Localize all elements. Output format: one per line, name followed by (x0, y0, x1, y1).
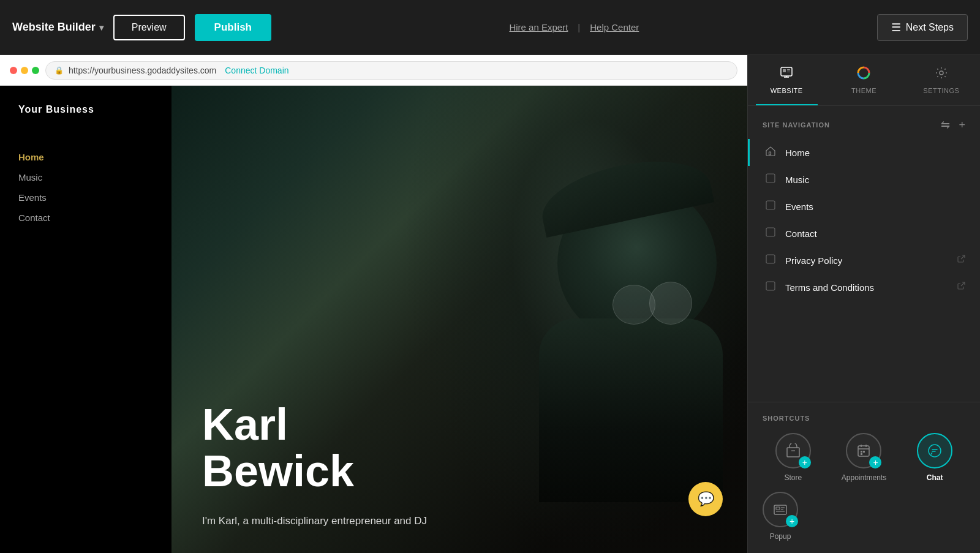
svg-rect-20 (861, 451, 862, 453)
nav-item-home[interactable]: Home (748, 139, 980, 166)
shortcut-appointments[interactable]: + Appointments (834, 433, 895, 482)
add-page-button[interactable]: + (959, 118, 965, 132)
brand-chevron-icon[interactable]: ▾ (99, 23, 104, 32)
nav-item-contact[interactable]: Contact (748, 220, 980, 247)
hero-title-line1: Karl (202, 402, 427, 448)
topbar: Website Builder ▾ Preview Publish Hire a… (0, 0, 980, 55)
tab-theme[interactable]: THEME (825, 55, 902, 105)
shortcut-store[interactable]: + Store (763, 433, 824, 482)
svg-rect-0 (781, 67, 792, 76)
hire-expert-link[interactable]: Hire an Expert (509, 22, 568, 32)
tab-website[interactable]: WEBSITE (748, 55, 825, 105)
svg-point-7 (940, 71, 943, 75)
site-nav-music[interactable]: Music (18, 172, 153, 182)
publish-button[interactable]: Publish (195, 14, 271, 41)
chat-label: Chat (927, 473, 943, 482)
site-nav-home[interactable]: Home (18, 152, 153, 162)
nav-item-events[interactable]: Events (748, 193, 980, 220)
topbar-center: Hire an Expert | Help Center (509, 22, 639, 32)
terms-page-icon (764, 281, 777, 293)
brand: Website Builder ▾ (12, 21, 104, 34)
svg-rect-10 (766, 201, 775, 209)
browser-dot-red (10, 67, 17, 74)
chat-circle (917, 433, 952, 468)
nav-items-list: Home Music Events (748, 139, 980, 402)
next-steps-button[interactable]: ☰ Next Steps (877, 14, 968, 41)
shortcuts-row2: + Popup (763, 492, 965, 541)
svg-rect-9 (766, 174, 775, 182)
browser-bar: 🔒 https://yourbusiness.godaddysites.com … (0, 55, 747, 86)
svg-rect-24 (774, 505, 786, 514)
store-label: Store (784, 473, 802, 482)
popup-plus-icon: + (786, 515, 798, 527)
nav-item-privacy-policy[interactable]: Privacy Policy (748, 247, 980, 274)
store-plus-icon: + (799, 456, 811, 468)
site-brand-name: Your Business (18, 104, 153, 115)
hero-chat-button[interactable]: 💬 (688, 482, 723, 516)
privacy-link-icon[interactable] (957, 255, 965, 266)
svg-point-23 (929, 445, 941, 457)
help-center-link[interactable]: Help Center (590, 22, 639, 32)
svg-rect-13 (766, 282, 775, 290)
appointments-plus-icon: + (869, 456, 881, 468)
tab-website-label: WEBSITE (771, 87, 803, 94)
lock-icon: 🔒 (55, 66, 64, 75)
site-navigation-section-header: SITE NAVIGATION ⇋ + (748, 106, 980, 139)
browser-dot-yellow (21, 67, 28, 74)
tab-settings-label: SETTINGS (923, 87, 959, 94)
appointments-label: Appointments (842, 473, 886, 482)
theme-tab-icon (857, 66, 870, 83)
hero-glasses2 (612, 285, 655, 325)
popup-circle: + (763, 492, 798, 527)
hero-title-line2: Bewick (202, 448, 427, 495)
shortcuts-grid: + Store (763, 433, 965, 482)
nav-events-label: Events (785, 201, 965, 212)
terms-link-icon[interactable] (957, 282, 965, 293)
events-page-icon (764, 200, 777, 213)
shortcuts-title: SHORTCUTS (763, 415, 965, 422)
svg-rect-11 (766, 228, 775, 236)
site-nav-events[interactable]: Events (18, 192, 153, 203)
site-sidebar: Your Business Home Music Events Contact (0, 86, 172, 553)
nav-home-label: Home (785, 148, 965, 158)
topbar-separator: | (578, 22, 580, 32)
svg-rect-25 (776, 507, 780, 510)
contact-page-icon (764, 227, 777, 239)
site-navigation: Home Music Events Contact (18, 152, 153, 223)
panel-tabs: WEBSITE THEME (748, 55, 980, 106)
website-tab-icon (780, 66, 793, 83)
site-nav-contact[interactable]: Contact (18, 213, 153, 223)
url-bar[interactable]: 🔒 https://yourbusiness.godaddysites.com … (45, 61, 737, 80)
svg-rect-3 (787, 72, 790, 72)
popup-label: Popup (770, 532, 791, 541)
browser-dots (10, 67, 39, 74)
connect-domain-link[interactable]: Connect Domain (225, 66, 288, 75)
hero-content: Karl Bewick I'm Karl, a multi-disciplina… (172, 377, 458, 553)
nav-item-terms[interactable]: Terms and Conditions (748, 274, 980, 301)
shortcuts-section: SHORTCUTS + Store (748, 402, 980, 553)
shortcut-chat[interactable]: Chat (904, 433, 965, 482)
nav-terms-label: Terms and Conditions (785, 282, 948, 293)
website-preview: Your Business Home Music Events Contact (0, 86, 747, 553)
svg-rect-22 (861, 453, 862, 455)
hero-body (539, 318, 723, 502)
nav-contact-label: Contact (785, 228, 965, 239)
settings-tab-icon (935, 66, 948, 83)
hero-chat-icon: 💬 (698, 491, 714, 507)
appointments-circle: + (846, 433, 881, 468)
svg-rect-14 (787, 448, 799, 457)
shortcut-popup[interactable]: + Popup (763, 492, 798, 541)
hero-title: Karl Bewick (202, 402, 427, 494)
privacy-page-icon (764, 254, 777, 266)
hero-subtitle: I'm Karl, a multi-disciplinary entrepren… (202, 513, 427, 529)
hero-glasses (649, 282, 692, 325)
sort-button[interactable]: ⇋ (941, 118, 950, 132)
browser-container: 🔒 https://yourbusiness.godaddysites.com … (0, 55, 747, 553)
section-actions: ⇋ + (941, 118, 965, 132)
preview-button[interactable]: Preview (113, 15, 185, 40)
next-steps-icon: ☰ (891, 21, 901, 34)
store-circle: + (775, 433, 811, 468)
svg-rect-21 (863, 451, 865, 453)
nav-item-music[interactable]: Music (748, 166, 980, 193)
tab-settings[interactable]: SETTINGS (903, 55, 980, 105)
